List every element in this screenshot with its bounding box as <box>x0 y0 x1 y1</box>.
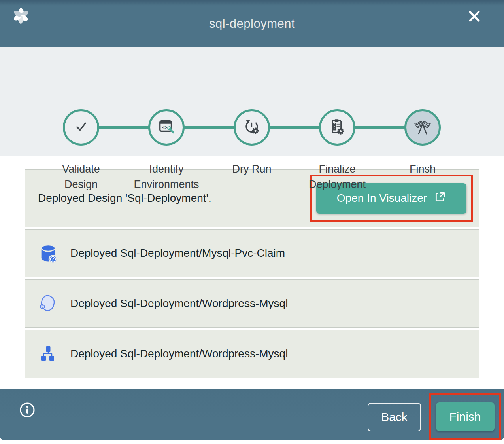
tree-icon <box>38 344 59 363</box>
step-finalize-deployment: Finalize Deployment <box>294 109 380 192</box>
step-circle <box>234 109 270 146</box>
checkered-flags-icon <box>412 116 433 139</box>
step-circle: <> <box>148 109 185 146</box>
close-button[interactable] <box>465 7 483 25</box>
check-icon <box>72 118 90 137</box>
open-in-visualizer-label: Open In Visualizer <box>337 192 427 205</box>
wizard-stepper: Validate Design <> <box>0 47 504 156</box>
deployment-wizard-modal: sql-deployment Validate Design <box>0 0 504 440</box>
svg-text:<>: <> <box>162 125 168 130</box>
info-icon <box>19 414 36 419</box>
deployed-item-row: Deployed Sql-Deployment/Wordpress-Mysql <box>25 279 479 328</box>
svg-text:?: ? <box>52 257 54 262</box>
database-icon: ? <box>38 243 59 264</box>
history-gear-icon <box>243 118 261 137</box>
deployed-item-text: Deployed Sql-Deployment/Mysql-Pvc-Claim <box>70 247 285 260</box>
info-button[interactable] <box>19 402 36 418</box>
design-summary-text: Deployed Design 'Sql-Deployment'. <box>38 192 211 205</box>
step-label: Validate Design <box>47 161 115 192</box>
step-validate-design: Validate Design <box>38 109 124 192</box>
pentagon-icon <box>38 293 59 314</box>
step-label: Finalize Deployment <box>303 161 371 192</box>
modal-header: sql-deployment <box>0 0 504 47</box>
clipboard-gear-icon <box>328 118 346 137</box>
annotation-box-finish: Finish <box>429 393 501 440</box>
close-icon <box>465 21 483 27</box>
step-identify-environments: <> Identify Environments <box>124 109 209 192</box>
code-wrench-icon: <> <box>157 118 176 137</box>
step-label: Identify Environments <box>132 161 200 192</box>
step-dry-run: Dry Run <box>209 109 294 192</box>
deployed-item-row: ? Deployed Sql-Deployment/Mysql-Pvc-Clai… <box>25 229 479 277</box>
step-circle-active <box>404 109 441 146</box>
step-label: Dry Run <box>232 161 271 177</box>
modal-title: sql-deployment <box>0 17 504 31</box>
deployed-item-text: Deployed Sql-Deployment/Wordpress-Mysql <box>70 297 288 310</box>
step-circle <box>319 109 355 146</box>
step-finish: Finsh <box>380 109 465 192</box>
external-link-icon <box>434 191 446 206</box>
step-label: Finsh <box>410 161 436 177</box>
step-circle <box>63 109 99 146</box>
finish-button[interactable]: Finish <box>436 402 495 431</box>
deployed-item-text: Deployed Sql-Deployment/Wordpress-Mysql <box>70 347 288 360</box>
deployed-item-row: Deployed Sql-Deployment/Wordpress-Mysql <box>25 330 479 378</box>
back-button[interactable]: Back <box>368 403 421 431</box>
modal-footer: Back Finish <box>0 389 504 440</box>
